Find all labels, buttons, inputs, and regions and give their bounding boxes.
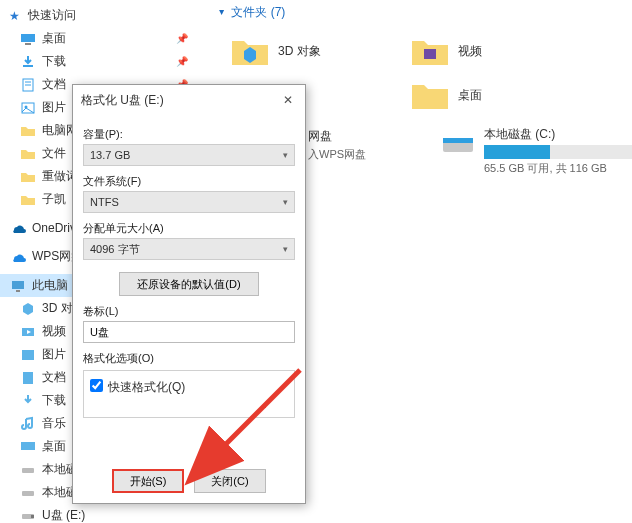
wps-partial-label: 网盘 入WPS网盘: [308, 128, 366, 162]
sidebar-pc-usb[interactable]: U盘 (E:): [0, 504, 200, 523]
svg-rect-8: [12, 281, 24, 289]
folder-icon: [20, 192, 36, 208]
capacity-label: 容量(P):: [83, 127, 295, 142]
folder-icon: [20, 123, 36, 139]
disk-label: 本地磁盘 (C:): [484, 126, 632, 143]
restore-defaults-button[interactable]: 还原设备的默认值(D): [119, 272, 259, 296]
star-icon: ★: [6, 8, 22, 24]
3d-icon: [20, 301, 36, 317]
quick-access-root[interactable]: ★ 快速访问: [0, 4, 200, 27]
dialog-title: 格式化 U盘 (E:): [81, 92, 164, 109]
svg-rect-26: [443, 138, 473, 143]
docs-icon: [20, 77, 36, 93]
svg-rect-2: [23, 65, 33, 67]
music-icon: [20, 416, 36, 432]
capacity-value: 13.7 GB: [90, 149, 283, 161]
folder-label: 视频: [458, 43, 482, 60]
pictures-icon: [20, 347, 36, 363]
svg-rect-15: [22, 468, 34, 473]
sidebar-item-label: 图片: [42, 99, 66, 116]
folder-label: 桌面: [458, 87, 482, 104]
disk-detail: 65.5 GB 可用, 共 116 GB: [484, 161, 632, 176]
volume-label-label: 卷标(L): [83, 304, 295, 319]
disk-item-c[interactable]: 本地磁盘 (C:) 65.5 GB 可用, 共 116 GB: [434, 120, 632, 182]
sidebar-item-label: U盘 (E:): [42, 507, 85, 523]
quick-format-label: 快速格式化(Q): [108, 379, 185, 396]
sidebar-item-label: 图片: [42, 346, 66, 363]
quick-access-label: 快速访问: [28, 7, 76, 24]
allocation-value: 4096 字节: [90, 242, 283, 257]
svg-rect-24: [424, 49, 436, 59]
download-icon: [20, 393, 36, 409]
format-options-label: 格式化选项(O): [83, 351, 295, 366]
chevron-down-icon: ▾: [283, 244, 288, 254]
volume-label-input[interactable]: [83, 321, 295, 343]
format-dialog: 格式化 U盘 (E:) ✕ 容量(P): 13.7 GB ▾ 文件系统(F) N…: [72, 84, 306, 504]
folder-item-desktop[interactable]: 桌面: [404, 73, 584, 117]
sidebar-item-label: 下载: [42, 53, 66, 70]
svg-rect-1: [25, 43, 31, 45]
sidebar-item-label: 文档: [42, 369, 66, 386]
pin-icon: 📌: [176, 33, 188, 44]
svg-rect-0: [21, 34, 35, 42]
download-icon: [20, 54, 36, 70]
desktop-icon: [20, 31, 36, 47]
sidebar-item-label: 下载: [42, 392, 66, 409]
disk-icon: [440, 126, 476, 162]
group-header-folders[interactable]: ▸ 文件夹 (7): [210, 0, 622, 25]
sidebar-item-label: 音乐: [42, 415, 66, 432]
sidebar-item-label: 此电脑: [32, 277, 68, 294]
group-label: 文件夹 (7): [231, 5, 285, 19]
folder-label: 3D 对象: [278, 43, 321, 60]
folder-icon: [20, 146, 36, 162]
chevron-down-icon: ▾: [283, 150, 288, 160]
svg-rect-13: [23, 372, 33, 384]
sidebar-item-label: 子凯: [42, 191, 66, 208]
folder-item-3d[interactable]: 3D 对象: [224, 29, 404, 73]
sidebar-item-label: 桌面: [42, 438, 66, 455]
disk-icon: [20, 485, 36, 501]
filesystem-value: NTFS: [90, 196, 283, 208]
pictures-icon: [20, 100, 36, 116]
close-button[interactable]: ✕: [279, 91, 297, 109]
sidebar-item-desktop[interactable]: 桌面 📌: [0, 27, 200, 50]
chevron-down-icon: ▸: [217, 10, 228, 15]
filesystem-label: 文件系统(F): [83, 174, 295, 189]
onedrive-icon: [10, 220, 26, 236]
filesystem-combobox[interactable]: NTFS ▾: [83, 191, 295, 213]
allocation-combobox[interactable]: 4096 字节 ▾: [83, 238, 295, 260]
folder-desktop-icon: [410, 79, 450, 111]
pin-icon: 📌: [176, 56, 188, 67]
docs-icon: [20, 370, 36, 386]
svg-rect-18: [31, 515, 34, 518]
wps-icon: [10, 249, 26, 265]
svg-rect-16: [22, 491, 34, 496]
disk-usage-bar: [484, 145, 632, 159]
video-icon: [20, 324, 36, 340]
folder-3d-icon: [230, 35, 270, 67]
folder-icon: [20, 169, 36, 185]
sidebar-item-downloads[interactable]: 下载 📌: [0, 50, 200, 73]
allocation-label: 分配单元大小(A): [83, 221, 295, 236]
capacity-combobox[interactable]: 13.7 GB ▾: [83, 144, 295, 166]
sidebar-item-label: 文件: [42, 145, 66, 162]
disk-icon: [20, 462, 36, 478]
quick-format-checkbox[interactable]: [90, 379, 103, 392]
chevron-down-icon: ▾: [283, 197, 288, 207]
start-button[interactable]: 开始(S): [112, 469, 184, 493]
this-pc-icon: [10, 278, 26, 294]
folder-video-icon: [410, 35, 450, 67]
close-dialog-button[interactable]: 关闭(C): [194, 469, 266, 493]
sidebar-item-label: 视频: [42, 323, 66, 340]
svg-rect-12: [22, 350, 34, 360]
svg-rect-14: [21, 442, 35, 450]
sidebar-item-label: 文档: [42, 76, 66, 93]
sidebar-item-label: 桌面: [42, 30, 66, 47]
folder-item-video[interactable]: 视频: [404, 29, 584, 73]
desktop-icon: [20, 439, 36, 455]
usb-icon: [20, 508, 36, 524]
svg-rect-9: [16, 290, 20, 292]
